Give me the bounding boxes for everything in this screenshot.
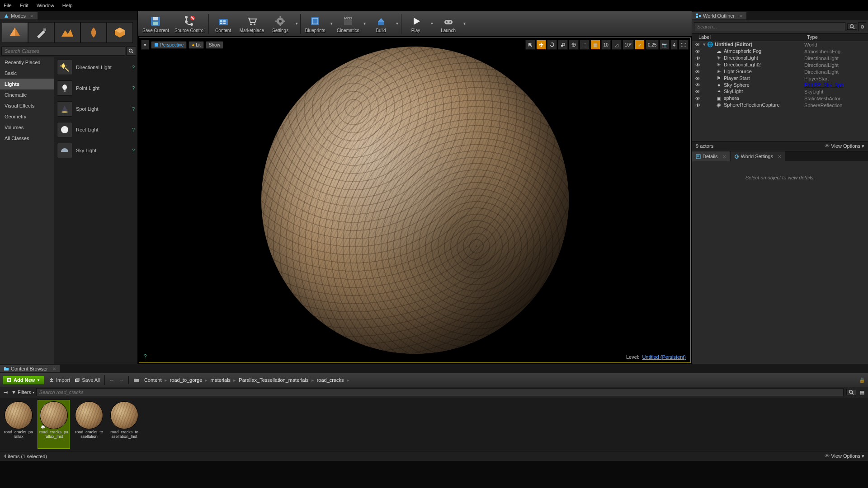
menu-help[interactable]: Help [62, 3, 73, 8]
toolbar-content[interactable]: Content [210, 12, 237, 36]
toolbar-play[interactable]: Play [402, 12, 429, 36]
visibility-icon[interactable]: 👁 [692, 82, 703, 88]
content-view-options[interactable]: 👁 View Options ▾ [825, 453, 864, 459]
place-rect-light[interactable]: Rect Light? [54, 119, 137, 140]
mode-cat-lights[interactable]: Lights [0, 79, 54, 89]
scale-snap-icon[interactable]: ⤢ [635, 40, 645, 50]
toolbar-build[interactable]: Build [368, 12, 395, 36]
import-button[interactable]: Import [49, 377, 70, 383]
close-icon[interactable]: ✕ [722, 154, 726, 159]
help-icon[interactable]: ? [132, 127, 135, 132]
mode-foliage[interactable] [80, 22, 107, 43]
mode-cat-geometry[interactable]: Geometry [0, 111, 54, 122]
grid-snap-icon[interactable]: ▦ [590, 40, 600, 50]
transform-scale-icon[interactable] [558, 40, 568, 50]
crumb-road_to_gorge[interactable]: road_to_gorge [170, 377, 203, 383]
help-icon[interactable]: ? [132, 148, 135, 153]
mode-cat-cinematic[interactable]: Cinematic [0, 89, 54, 100]
toolbar-blueprints[interactable]: Blueprints [302, 12, 329, 36]
menu-edit[interactable]: Edit [20, 3, 28, 8]
asset-road_cracks_tessellation[interactable]: road_cracks_tessellation [73, 400, 105, 448]
details-tab[interactable]: Details ✕ [692, 151, 730, 161]
outliner-row-skylight[interactable]: 👁✦SkyLightSkyLight [692, 88, 868, 95]
view-grid-icon[interactable]: ▦ [858, 389, 866, 395]
crumb-content[interactable]: Content [144, 377, 162, 383]
lock-icon[interactable]: 🔒 [859, 377, 865, 383]
level-name-link[interactable]: Untitled (Persistent) [642, 354, 686, 360]
viewport-menu[interactable]: ▾ [141, 40, 149, 50]
toolbar-launch[interactable]: Launch [435, 12, 462, 36]
viewport-perspective[interactable]: Perspective [151, 41, 187, 49]
sources-toggle-icon[interactable]: ⇥ [2, 389, 9, 395]
visibility-icon[interactable]: 👁 [692, 42, 703, 47]
outliner-row-player-start[interactable]: 👁⚑Player StartPlayerStart [692, 75, 868, 82]
menu-window[interactable]: Window [37, 3, 54, 8]
outliner-row-directionallight2[interactable]: 👁☀DirectionalLight2DirectionalLight [692, 61, 868, 68]
nav-back[interactable]: ← [109, 377, 114, 383]
outliner-row-sphera[interactable]: 👁▣spheraStaticMeshActor [692, 95, 868, 102]
mode-cat-recently-placed[interactable]: Recently Placed [0, 57, 54, 68]
modes-tab[interactable]: Modes ✕ [0, 12, 38, 19]
help-icon[interactable]: ? [144, 353, 147, 360]
help-icon[interactable]: ? [132, 85, 135, 91]
visibility-icon[interactable]: 👁 [692, 89, 703, 94]
outliner-search-input[interactable] [694, 22, 845, 31]
column-type[interactable]: Type [805, 34, 868, 40]
crumb-parallax_tessellation_materials[interactable]: Parallax_Tessellation_materials [239, 377, 308, 383]
asset-road_cracks_parallax_Inst[interactable]: ✱road_cracks_parallax_Inst [38, 400, 70, 448]
toolbar-save[interactable]: Save Current [140, 12, 172, 36]
outliner-row-atmospheric-fog[interactable]: 👁☁Atmospheric FogAtmosphericFog [692, 48, 868, 55]
transform-rotate-icon[interactable] [547, 40, 557, 50]
edit-blueprint-link[interactable]: Edit BP_Sky_Sph [804, 82, 844, 88]
viewport[interactable]: ▾ Perspective ●Lit Show ⬚ ▦ 10 ◿ 10° ⤢ 0… [139, 38, 691, 363]
add-new-button[interactable]: Add New▼ [3, 375, 44, 385]
chevron-down-icon[interactable]: ▼ [395, 12, 400, 36]
camera-speed-value[interactable]: 4 [670, 40, 678, 50]
outliner-row-sky-sphere[interactable]: 👁●Sky SphereEdit BP_Sky_Sph [692, 82, 868, 88]
help-icon[interactable]: ? [132, 65, 135, 70]
toolbar-marketplace[interactable]: Marketplace [237, 12, 267, 36]
viewport-lit[interactable]: ●Lit [189, 41, 204, 49]
scale-snap-value[interactable]: 0,25 [646, 40, 659, 50]
mode-cat-all-classes[interactable]: All Classes [0, 133, 54, 144]
crumb-road_cracks[interactable]: road_cracks [317, 377, 344, 383]
close-icon[interactable]: ✕ [739, 14, 743, 19]
outliner-view-options[interactable]: 👁 View Options ▾ [825, 143, 864, 149]
visibility-icon[interactable]: 👁 [692, 49, 703, 54]
search-classes-input[interactable] [1, 47, 125, 56]
search-icon[interactable] [847, 23, 857, 30]
visibility-icon[interactable]: 👁 [692, 69, 703, 75]
mode-cat-basic[interactable]: Basic [0, 68, 54, 79]
angle-snap-icon[interactable]: ◿ [612, 40, 622, 50]
viewport-show[interactable]: Show [206, 41, 223, 49]
world-settings-tab[interactable]: World Settings ✕ [731, 151, 785, 161]
world-outliner-tab[interactable]: World Outliner ✕ [692, 12, 746, 19]
save-all-button[interactable]: Save All [75, 377, 100, 383]
mode-landscape[interactable] [54, 22, 80, 43]
outliner-filter-icon[interactable]: ⚙ [858, 22, 866, 31]
toolbar-cinematics[interactable]: Cinematics [334, 12, 362, 36]
close-icon[interactable]: ✕ [30, 14, 34, 19]
filters-button[interactable]: ▼Filters▾ [11, 389, 34, 395]
column-label[interactable]: Label [692, 34, 805, 40]
asset-road_cracks_parallax[interactable]: road_cracks_parallax [3, 400, 34, 448]
angle-snap-value[interactable]: 10° [623, 40, 634, 50]
asset-road_cracks_tessellation_Inst[interactable]: road_cracks_tessellation_Inst [108, 400, 140, 448]
crumb-materials[interactable]: materials [210, 377, 231, 383]
mode-geometry[interactable] [107, 22, 133, 43]
mode-place[interactable] [2, 22, 28, 43]
place-directional-light[interactable]: Directional Light? [54, 57, 137, 78]
maximize-viewport-icon[interactable]: ⛶ [679, 40, 689, 50]
visibility-icon[interactable]: 👁 [692, 76, 703, 81]
outliner-root[interactable]: 👁▾ 🌐 Untitled (Editor)World [692, 41, 868, 48]
close-icon[interactable]: ✕ [52, 366, 56, 371]
visibility-icon[interactable]: 👁 [692, 62, 703, 68]
content-browser-tab[interactable]: Content Browser ✕ [0, 365, 60, 372]
place-spot-light[interactable]: Spot Light? [54, 99, 137, 119]
mode-cat-volumes[interactable]: Volumes [0, 122, 54, 133]
search-icon[interactable] [846, 389, 856, 395]
chevron-down-icon[interactable]: ▼ [362, 12, 368, 36]
outliner-row-light-source[interactable]: 👁☀Light SourceDirectionalLight [692, 68, 868, 75]
nav-forward[interactable]: → [119, 377, 124, 383]
visibility-icon[interactable]: 👁 [692, 96, 703, 101]
